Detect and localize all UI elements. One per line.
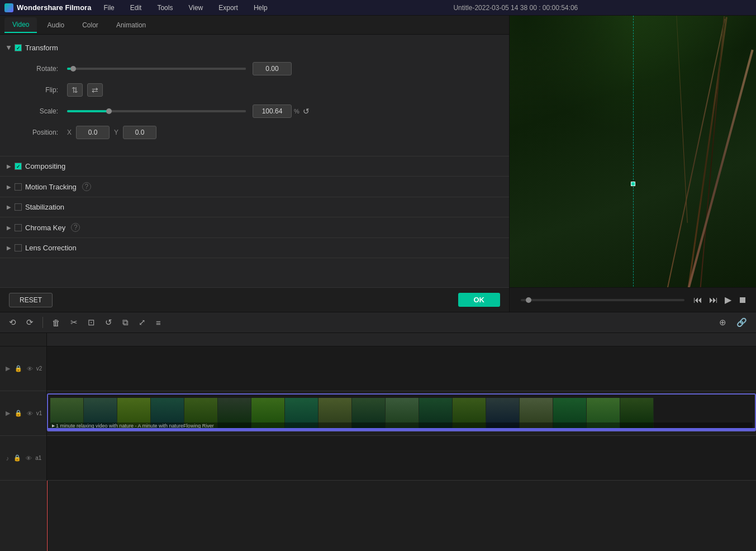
tab-animation[interactable]: Animation [108,18,154,32]
step-back-button[interactable]: ⏮ [691,293,705,307]
motion-tracking-checkbox[interactable]: ✓ [15,183,22,191]
chroma-key-section[interactable]: ▶ ✓ Chroma Key ? [0,217,509,238]
tab-audio[interactable]: Audio [39,18,72,32]
tab-bar: Video Audio Color Animation [0,16,509,35]
menu-help[interactable]: Help [250,3,271,13]
track-v1-play-icon[interactable]: ▶ [4,408,11,418]
scale-reset-button[interactable]: ↺ [303,107,310,116]
track-v2-play-icon[interactable]: ▶ [4,364,11,373]
position-label: Position: [22,129,67,136]
transform-section: ▶ ✓ Transform Rotate: 0.00 [0,39,509,156]
position-y-input[interactable]: 0.0 [123,126,156,139]
lens-correction-section[interactable]: ▶ ✓ Lens Correction [0,238,509,258]
compositing-section[interactable]: ▶ ✓ Compositing [0,156,509,177]
track-a1-visible-icon[interactable]: 👁 [25,453,33,463]
fullscreen-button[interactable]: ⤢ [135,315,149,330]
track-v2-icons: ▶ 🔒 👁 [4,364,34,373]
stabilization-title: Stabilization [25,203,64,211]
pos-y-label: Y [114,129,118,136]
track-a1-icons: ♪ 🔒 👁 [5,453,34,463]
top-bar: Wondershare Filmora File Edit Tools View… [0,0,756,16]
track-v1-lock-icon[interactable]: 🔒 [13,408,23,418]
play-button[interactable]: ▶ [722,292,734,307]
menu-view[interactable]: View [185,3,206,13]
track-v1-visible-icon[interactable]: 👁 [26,408,34,418]
reset-button[interactable]: RESET [9,293,53,307]
motion-tracking-help-icon[interactable]: ? [82,182,91,191]
menu-file[interactable]: File [100,3,117,13]
rotate-label: Rotate: [22,65,67,73]
timeline-content: ▶ 🔒 👁 v2 ▶ 🔒 👁 v1 ♪ 🔒 [0,346,756,551]
chroma-key-help-icon[interactable]: ? [71,223,80,232]
transform-body: Rotate: 0.00 Flip: ⇅ ⇄ [0,56,509,156]
track-body: ▶ 1 minute relaxing video with nature - … [47,346,756,551]
flip-vertical-button[interactable]: ⇄ [87,83,103,97]
stabilization-checkbox[interactable]: ✓ [15,203,22,211]
motion-tracking-section[interactable]: ▶ ✓ Motion Tracking ? [0,177,509,197]
adjust-button[interactable]: ≡ [153,316,164,330]
track-a1-row [47,436,756,481]
compositing-title: Compositing [25,162,65,170]
undo-button[interactable]: ⟲ [6,315,20,330]
menu-export[interactable]: Export [215,3,241,13]
stop-button[interactable]: ⏹ [736,293,749,307]
pip-button[interactable]: ⧉ [119,315,132,330]
track-v1-row[interactable]: ▶ 1 minute relaxing video with nature - … [47,391,756,436]
tab-video[interactable]: Video [4,17,37,33]
flip-horizontal-button[interactable]: ⇅ [67,83,83,97]
properties-content: ▶ ✓ Transform Rotate: 0.00 [0,35,509,287]
menu-edit[interactable]: Edit [127,3,145,13]
playback-progress-bar[interactable] [521,299,684,301]
redo-button[interactable]: ⟳ [23,315,37,330]
lens-correction-checkbox[interactable]: ✓ [15,244,22,251]
position-x-input[interactable]: 0.0 [76,126,110,139]
rotate-tool-button[interactable]: ↺ [102,315,116,330]
timeline-area: 00:00:00:00 00:00:04:09 00:00:08:18 00:0… [0,333,756,551]
app-logo: Wondershare Filmora [4,3,91,12]
track-v2-visible-icon[interactable]: 👁 [26,364,34,373]
cut-button[interactable]: ✂ [67,315,81,330]
transform-checkbox[interactable]: ✓ [15,44,22,51]
track-a1-label: a1 [35,455,41,461]
preview-panel: ⏮ ⏭ ▶ ⏹ [510,16,756,312]
link-button[interactable]: 🔗 [733,315,750,330]
properties-panel: Video Audio Color Animation ▶ ✓ Transfor… [0,16,510,312]
chroma-key-checkbox[interactable]: ✓ [15,224,22,231]
scale-row: Scale: 100.64 % ↺ [22,104,498,118]
delete-button[interactable]: 🗑 [49,316,64,330]
crop-button[interactable]: ⊡ [84,315,98,330]
rotate-value[interactable]: 0.00 [253,62,292,75]
snap-button[interactable]: ⊕ [716,315,730,330]
track-a1-lock-icon[interactable]: 🔒 [12,453,22,463]
transform-chevron: ▶ [6,46,12,50]
ok-button[interactable]: OK [458,293,501,307]
track-v2-row [47,346,756,391]
compositing-chevron: ▶ [7,163,11,169]
scale-percent: % [294,108,299,115]
track-label-v2: ▶ 🔒 👁 v2 [0,346,46,391]
video-clip[interactable]: ▶ 1 minute relaxing video with nature - … [47,393,756,431]
tab-color[interactable]: Color [74,18,106,32]
track-v2-lock-icon[interactable]: 🔒 [13,364,23,373]
rotate-slider[interactable] [67,68,246,70]
transform-header[interactable]: ▶ ✓ Transform [0,39,509,56]
position-group: X 0.0 Y 0.0 [67,126,156,139]
frame-back-button[interactable]: ⏭ [707,293,720,307]
scale-slider[interactable] [67,110,246,112]
properties-footer: RESET OK [0,287,509,312]
toolbar-sep-1 [42,317,43,328]
chroma-key-title: Chroma Key [25,224,65,232]
motion-tracking-chevron: ▶ [7,184,11,190]
app-logo-icon [4,3,13,12]
stabilization-section[interactable]: ▶ ✓ Stabilization [0,197,509,217]
playback-line [633,16,634,312]
compositing-checkbox[interactable]: ✓ [15,163,22,170]
track-a1-play-icon[interactable]: ♪ [5,453,11,463]
progress-thumb [526,297,531,303]
scale-label: Scale: [22,107,67,115]
transform-title: Transform [25,44,58,52]
scale-value[interactable]: 100.64 [253,104,292,118]
menu-tools[interactable]: Tools [154,3,176,13]
stabilization-chevron: ▶ [7,204,11,210]
track-v1-icons: ▶ 🔒 👁 [4,408,34,418]
